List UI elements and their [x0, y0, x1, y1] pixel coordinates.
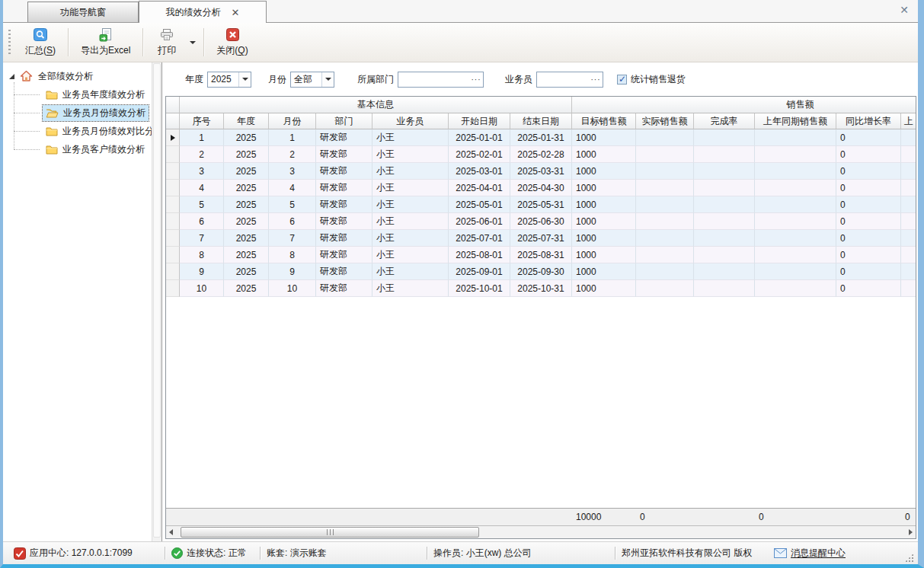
export-excel-button[interactable]: 导出为Excel	[71, 23, 140, 62]
toolbar-grip[interactable]	[8, 30, 11, 55]
row-selector[interactable]	[166, 230, 180, 247]
scrollbar-thumb[interactable]	[181, 527, 479, 538]
column-header[interactable]: 同比增长率	[836, 113, 901, 129]
cell: 0	[836, 146, 901, 163]
scrollbar-thumb[interactable]	[153, 63, 161, 538]
row-selector[interactable]	[166, 163, 180, 180]
row-selector[interactable]	[166, 180, 180, 196]
envelope-icon	[774, 548, 787, 558]
column-header[interactable]: 实际销售额	[636, 113, 694, 129]
row-selector[interactable]	[166, 263, 180, 280]
close-red-icon	[226, 28, 239, 42]
chevron-down-icon[interactable]	[321, 72, 334, 87]
table-row[interactable]: 120251研发部小王2025-01-012025-01-3110000	[166, 129, 916, 146]
department-field[interactable]: ···	[398, 72, 484, 88]
table-row[interactable]: 220252研发部小王2025-02-012025-02-2810000	[166, 146, 916, 163]
tree-root-label: 全部绩效分析	[38, 70, 93, 83]
cell: 小王	[372, 146, 449, 163]
cell: 2025	[224, 247, 269, 263]
app-center-icon	[14, 547, 26, 560]
table-row[interactable]: 520255研发部小王2025-05-012025-05-3110000	[166, 196, 916, 213]
tree-item[interactable]: 业务员月份绩效分析	[43, 104, 161, 122]
row-selector[interactable]	[166, 213, 180, 230]
app-window: 功能导航窗 我的绩效分析 ✕ ✕ 汇总(S) 导出为Excel	[0, 0, 924, 568]
table-row[interactable]: 920259研发部小王2025-09-012025-09-3010000	[166, 263, 916, 280]
column-header[interactable]: 月份	[269, 113, 316, 129]
close-button[interactable]: 关闭(Q)	[206, 23, 257, 62]
column-header[interactable]: 上	[901, 113, 916, 129]
column-header[interactable]: 结束日期	[510, 113, 572, 129]
row-selector[interactable]	[166, 247, 180, 263]
main-area: 全部绩效分析 业务员年度绩效分析业务员月份绩效分析业务员月份绩效对比分析业务员客…	[3, 62, 918, 541]
cell: 研发部	[316, 247, 372, 263]
column-header[interactable]: 年度	[224, 113, 269, 129]
tree-item[interactable]: 业务员月份绩效对比分析	[43, 122, 161, 140]
row-selector[interactable]	[166, 280, 180, 297]
cell	[636, 263, 694, 280]
folder-icon	[46, 90, 58, 100]
cell: 3	[180, 163, 224, 180]
tree-vertical-scrollbar[interactable]	[152, 62, 161, 541]
year-select[interactable]: 2025	[207, 72, 251, 88]
scroll-right-icon[interactable]	[909, 529, 913, 535]
grid-horizontal-scrollbar[interactable]	[166, 525, 916, 538]
table-row[interactable]: 10202510研发部小王2025-10-012025-10-3110000	[166, 280, 916, 297]
tab-function-nav[interactable]: 功能导航窗	[27, 2, 139, 22]
column-group-header[interactable]: 销售额	[572, 97, 916, 113]
chevron-down-icon[interactable]	[238, 72, 251, 87]
cell: 研发部	[316, 280, 372, 297]
summarize-button[interactable]: 汇总(S)	[15, 23, 66, 62]
column-header[interactable]: 目标销售额	[572, 113, 636, 129]
tree-node-root[interactable]: 全部绩效分析	[3, 67, 161, 85]
cell: 1000	[572, 180, 636, 196]
cell	[901, 280, 916, 297]
row-selector[interactable]	[166, 196, 180, 213]
column-header[interactable]: 业务员	[372, 113, 449, 129]
salesman-field[interactable]: ···	[536, 72, 603, 88]
department-lookup-button[interactable]: ···	[469, 72, 483, 87]
print-button[interactable]: 打印	[145, 23, 188, 62]
window-close-icon[interactable]: ✕	[900, 4, 909, 16]
cell: 10	[269, 280, 316, 297]
tree-expand-icon[interactable]	[9, 74, 14, 79]
message-center-link[interactable]: 消息提醒中心	[768, 547, 852, 560]
cell: 0	[836, 213, 901, 230]
cell: 5	[269, 196, 316, 213]
column-header[interactable]: 部门	[316, 113, 372, 129]
cell: 6	[180, 213, 224, 230]
scroll-left-icon[interactable]	[169, 529, 173, 535]
tab-close-icon[interactable]: ✕	[232, 7, 240, 18]
department-input[interactable]	[398, 74, 469, 85]
print-dropdown-button[interactable]	[188, 23, 201, 62]
footer-cell: 0	[755, 512, 836, 522]
column-header[interactable]: 上年同期销售额	[755, 113, 836, 129]
tree-item-label: 业务员月份绩效对比分析	[62, 125, 162, 138]
cell	[636, 146, 694, 163]
tree-item[interactable]: 业务员客户绩效分析	[43, 140, 161, 158]
cell: 2025	[224, 146, 269, 163]
tab-my-performance[interactable]: 我的绩效分析 ✕	[139, 1, 267, 23]
folder-icon	[46, 126, 58, 136]
grid-summary-row: 10000000	[166, 508, 916, 525]
table-row[interactable]: 720257研发部小王2025-07-012025-07-3110000	[166, 230, 916, 247]
column-header[interactable]: 序号	[180, 113, 224, 129]
table-row[interactable]: 620256研发部小王2025-06-012025-06-3010000	[166, 213, 916, 230]
cell: 1000	[572, 163, 636, 180]
returns-checkbox[interactable]	[617, 75, 627, 85]
column-header[interactable]: 完成率	[694, 113, 755, 129]
row-selector[interactable]	[166, 129, 180, 146]
table-row[interactable]: 320253研发部小王2025-03-012025-03-3110000	[166, 163, 916, 180]
status-bar: 应用中心: 127.0.0.1:7099 连接状态: 正常 账套: 演示账套 操…	[3, 541, 918, 564]
column-header[interactable]: 开始日期	[449, 113, 510, 129]
month-select[interactable]: 全部	[290, 72, 334, 88]
column-group-header[interactable]: 基本信息	[180, 97, 572, 113]
table-row[interactable]: 420254研发部小王2025-04-012025-04-3010000	[166, 180, 916, 196]
tree-item[interactable]: 业务员年度绩效分析	[43, 85, 161, 104]
table-row[interactable]: 820258研发部小王2025-08-012025-08-3110000	[166, 247, 916, 263]
salesman-input[interactable]	[537, 74, 589, 85]
cell	[755, 230, 836, 247]
resize-grip-icon[interactable]	[905, 554, 913, 562]
cell	[636, 196, 694, 213]
salesman-lookup-button[interactable]: ···	[589, 72, 603, 87]
row-selector[interactable]	[166, 146, 180, 163]
